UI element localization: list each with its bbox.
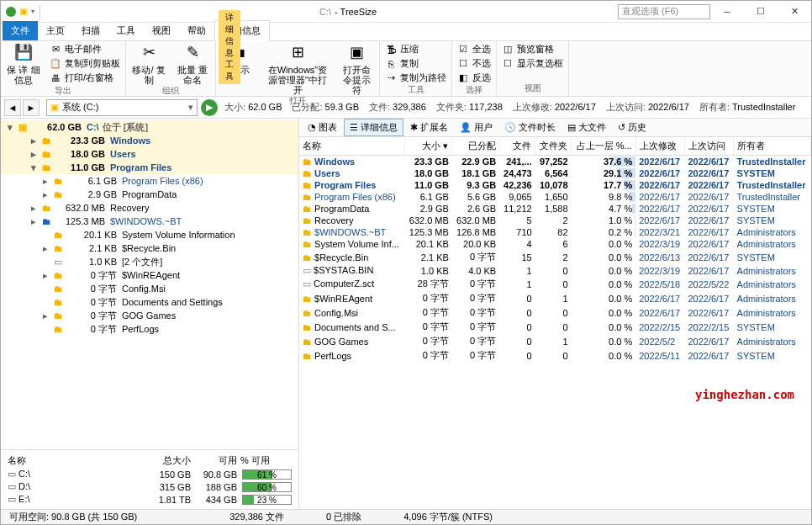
table-row[interactable]: 🖿 $Recycle.Bin2.1 KB0 字节1520.0 %2022/6/1… bbox=[299, 250, 811, 264]
table-row[interactable]: 🖿 Program Files11.0 GB9.3 GB42,23610,078… bbox=[299, 179, 811, 191]
context-tab-header: 详细信息工具 bbox=[219, 10, 240, 84]
ribbon-checkboxes[interactable]: ☐显示复选框 bbox=[502, 57, 563, 70]
status-files: 329,386 文件 bbox=[221, 511, 293, 523]
table-row[interactable]: 🖿 Documents and S...0 字节0 字节000.0 %2022/… bbox=[299, 320, 811, 334]
disk-row[interactable]: ▭ C:\150 GB90.8 GB61 % bbox=[6, 468, 293, 480]
folder-tree[interactable]: ▾▣62.0 GBC:\位于 [系统]▸🖿23.3 GBWindows▸🖿18.… bbox=[1, 119, 298, 449]
tool-details[interactable]: ☰详细信息 bbox=[344, 119, 403, 136]
nav-back-button[interactable]: ◄ bbox=[4, 99, 21, 116]
ribbon-save-details[interactable]: 💾保 详 细信息 bbox=[6, 43, 41, 85]
tree-item[interactable]: 🖿20.1 KBSystem Volume Information bbox=[1, 228, 298, 241]
ribbon-select-none[interactable]: ☐不选 bbox=[457, 57, 491, 70]
drive-icon: ▣ bbox=[50, 102, 59, 113]
table-row[interactable]: ▭ $SYSTAG.BIN1.0 KB4.0 KB100.0 %2022/3/1… bbox=[299, 264, 811, 277]
group-export-label: 导出 bbox=[6, 85, 120, 97]
invert-icon: ◧ bbox=[457, 72, 469, 84]
tool-extensions[interactable]: ✱扩展名 bbox=[405, 119, 453, 135]
table-row[interactable]: 🖿 Users18.0 GB18.1 GB24,4736,56429.1 %20… bbox=[299, 167, 811, 179]
disk-row[interactable]: ▭ E:\1.81 TB434 GB23 % bbox=[6, 493, 293, 506]
ribbon-copy-path[interactable]: ⇢复制为路径 bbox=[385, 72, 446, 84]
ribbon-email[interactable]: ✉电子邮件 bbox=[50, 43, 120, 56]
tree-item[interactable]: ▸🖿2.9 GBProgramData bbox=[1, 188, 298, 201]
ribbon-explorer-open[interactable]: ⊞在Windows"资 源管理器"中打开 bbox=[265, 43, 330, 95]
tree-item[interactable]: ▸🖿0 字节$WinREAgent bbox=[1, 268, 298, 282]
ribbon-cmd[interactable]: ▣打开命 令提示符 bbox=[339, 43, 374, 95]
tab-help[interactable]: 帮助 bbox=[179, 21, 214, 40]
ribbon-preview[interactable]: ◫预览窗格 bbox=[502, 43, 563, 56]
tab-view[interactable]: 视图 bbox=[144, 21, 179, 40]
ribbon-print[interactable]: 🖶打印/右窗格 bbox=[50, 72, 120, 84]
tool-history[interactable]: ↺历史 bbox=[613, 119, 651, 135]
table-row[interactable]: 🖿 GOG Games0 字节0 字节010.0 %2022/5/22022/6… bbox=[299, 334, 811, 348]
tool-users[interactable]: 👤用户 bbox=[455, 119, 498, 135]
tree-item[interactable]: ▸🖿6.1 GBProgram Files (x86) bbox=[1, 174, 298, 188]
path-field[interactable]: ▣ 系统 (C:) ▾ bbox=[46, 99, 198, 116]
table-row[interactable]: 🖿 Windows23.3 GB22.9 GB241,...97,25237.6… bbox=[299, 156, 811, 168]
ribbon-select-all[interactable]: ☑全选 bbox=[457, 43, 491, 56]
table-row[interactable]: 🖿 ProgramData2.9 GB2.6 GB11,2121,5884.7 … bbox=[299, 203, 811, 215]
minimize-button[interactable]: ─ bbox=[710, 1, 744, 23]
selectnone-icon: ☐ bbox=[457, 58, 469, 70]
col-size[interactable]: 大小 ▾ bbox=[405, 137, 452, 156]
tab-file[interactable]: 文件 bbox=[3, 21, 38, 40]
tab-tools[interactable]: 工具 bbox=[108, 21, 144, 40]
col-acc[interactable]: 上次访问 bbox=[684, 137, 733, 156]
close-button[interactable]: ✕ bbox=[778, 1, 811, 23]
col-folders[interactable]: 文件夹 bbox=[535, 137, 572, 156]
ribbon-move[interactable]: ✂移动/ 复制 bbox=[131, 43, 166, 85]
qat-dropdown-icon[interactable]: ▾ bbox=[31, 8, 34, 15]
tab-scan[interactable]: 扫描 bbox=[73, 21, 108, 40]
tree-item[interactable]: ▸🖿125.3 MB$WINDOWS.~BT bbox=[1, 215, 298, 228]
tree-item[interactable]: ▸🖿18.0 GBUsers bbox=[1, 147, 298, 161]
table-row[interactable]: 🖿 $WinREAgent0 字节0 字节010.0 %2022/6/17202… bbox=[299, 291, 811, 305]
tool-age[interactable]: 🕓文件时长 bbox=[499, 119, 561, 135]
group-view-label: 视图 bbox=[502, 82, 563, 94]
title-path: C:\ bbox=[319, 7, 331, 17]
col-name[interactable]: 名称 bbox=[299, 137, 405, 156]
table-row[interactable]: 🖿 Program Files (x86)6.1 GB5.6 GB9,0651,… bbox=[299, 191, 811, 203]
tree-item[interactable]: 🖿0 字节PerfLogs bbox=[1, 322, 298, 336]
ribbon-copy[interactable]: ⎘复制 bbox=[385, 57, 446, 70]
tool-bigfiles[interactable]: ▤大文件 bbox=[562, 119, 611, 135]
clock-icon: 🕓 bbox=[504, 122, 516, 133]
ribbon-zip[interactable]: 🗜压缩 bbox=[385, 43, 446, 56]
tool-chart[interactable]: ◔图表 bbox=[303, 119, 342, 135]
table-row[interactable]: 🖿 PerfLogs0 字节0 字节000.0 %2022/5/112022/6… bbox=[299, 348, 811, 363]
ribbon-select-invert[interactable]: ◧反选 bbox=[457, 72, 491, 84]
search-input[interactable]: 直观选项 (F6) bbox=[618, 4, 710, 19]
table-row[interactable]: 🖿 Config.Msi0 字节0 字节000.0 %2022/6/172022… bbox=[299, 305, 811, 320]
tree-item[interactable]: 🖿0 字节Config.Msi bbox=[1, 282, 298, 295]
copy-icon: ⎘ bbox=[385, 58, 397, 70]
table-row[interactable]: 🖿 Recovery632.0 MB632.0 MB521.0 %2022/6/… bbox=[299, 215, 811, 226]
qat-open-icon[interactable]: ▣ bbox=[19, 6, 28, 17]
disk-row[interactable]: ▭ D:\315 GB188 GB60 % bbox=[6, 480, 293, 493]
tree-item[interactable]: ▾🖿11.0 GBProgram Files bbox=[1, 161, 298, 174]
col-owner[interactable]: 所有者 bbox=[734, 137, 811, 156]
table-row[interactable]: ▭ ComputerZ.sct28 字节0 字节100.0 %2022/5/18… bbox=[299, 277, 811, 291]
puzzle-icon: ✱ bbox=[410, 122, 418, 133]
tree-item[interactable]: 🖿0 字节Documents and Settings bbox=[1, 295, 298, 309]
maximize-button[interactable]: ☐ bbox=[744, 1, 778, 23]
tree-item[interactable]: ▸🖿632.0 MBRecovery bbox=[1, 201, 298, 215]
table-row[interactable]: 🖿 System Volume Inf...20.1 KB20.0 KB460.… bbox=[299, 238, 811, 250]
col-pct[interactable]: 占上一层 %... bbox=[572, 137, 636, 156]
user-icon: 👤 bbox=[460, 122, 472, 133]
nav-fwd-button[interactable]: ► bbox=[23, 99, 40, 116]
tree-item[interactable]: ▸🖿23.3 GBWindows bbox=[1, 134, 298, 147]
col-alloc[interactable]: 已分配 bbox=[452, 137, 499, 156]
tree-item[interactable]: ▸🖿0 字节GOG Games bbox=[1, 309, 298, 322]
col-files[interactable]: 文件 bbox=[499, 137, 535, 156]
selectall-icon: ☑ bbox=[457, 44, 469, 56]
tab-home[interactable]: 主页 bbox=[38, 21, 73, 40]
ribbon-clipboard[interactable]: 📋复制到剪贴板 bbox=[50, 57, 120, 70]
col-mod[interactable]: 上次修改 bbox=[635, 137, 684, 156]
ribbon-rename[interactable]: ✎批量 重命名 bbox=[175, 43, 210, 85]
scan-button[interactable]: ▶ bbox=[201, 99, 218, 116]
details-table[interactable]: 名称 大小 ▾ 已分配 文件 文件夹 占上一层 %... 上次修改 上次访问 所… bbox=[299, 137, 811, 363]
tree-root[interactable]: ▾▣62.0 GBC:\位于 [系统] bbox=[1, 120, 298, 134]
table-row[interactable]: 🖿 $WINDOWS.~BT125.3 MB126.8 MB710820.2 %… bbox=[299, 226, 811, 238]
save-icon: 💾 bbox=[13, 43, 34, 63]
tree-item[interactable]: ▸🖿2.1 KB$Recycle.Bin bbox=[1, 241, 298, 255]
tree-item[interactable]: ▭1.0 KB[2 个文件] bbox=[1, 255, 298, 268]
clipboard-icon: 📋 bbox=[50, 58, 61, 70]
